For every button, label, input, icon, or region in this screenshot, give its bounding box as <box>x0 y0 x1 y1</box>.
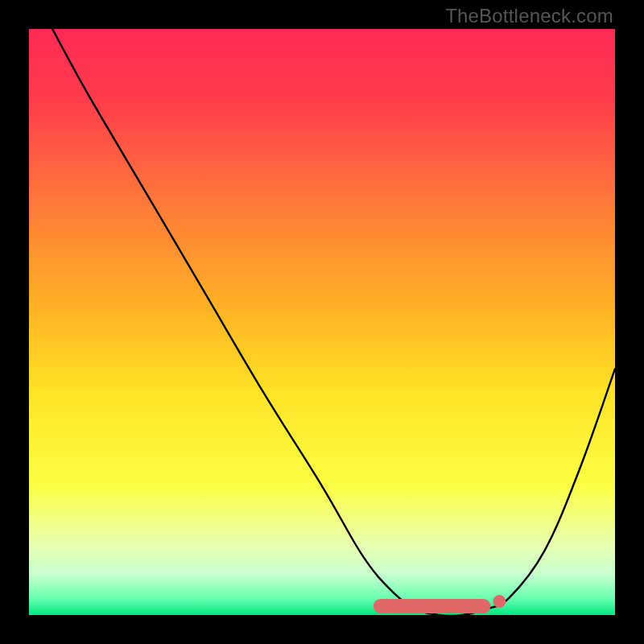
bottleneck-curve <box>52 29 615 615</box>
chart-frame: TheBottleneck.com <box>0 0 644 644</box>
curve-layer <box>29 29 615 615</box>
optimal-range-end-dot <box>493 595 506 608</box>
plot-area <box>29 29 615 615</box>
watermark-label: TheBottleneck.com <box>445 5 613 27</box>
